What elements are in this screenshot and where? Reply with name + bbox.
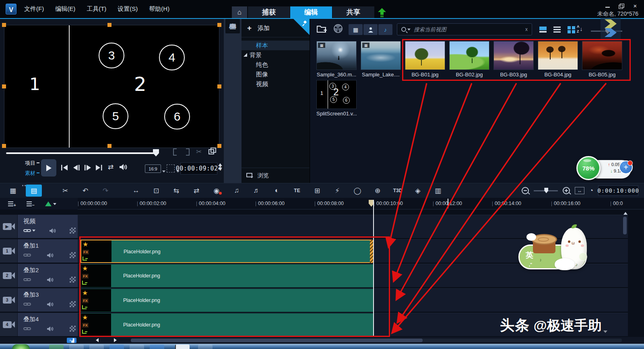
timeline-view-icon[interactable]: ▤ xyxy=(26,185,42,197)
search-caret-icon[interactable] xyxy=(407,29,411,31)
track-type-cell[interactable]: 2 xyxy=(0,264,18,287)
export-up-arrow-icon[interactable] xyxy=(376,6,388,18)
timeline-ruler[interactable]: 00:00:00:0000:00:02:0000:00:04:0000:00:0… xyxy=(0,198,644,209)
resize-handle[interactable] xyxy=(107,23,111,27)
link-icon[interactable] xyxy=(23,302,31,306)
mark-out-icon[interactable] xyxy=(186,148,190,156)
subtitle-editor-icon[interactable]: TE xyxy=(290,185,304,197)
resize-handle[interactable] xyxy=(217,144,221,148)
motion-tracking-icon[interactable]: ⚡ xyxy=(330,185,345,197)
search-input[interactable] xyxy=(414,27,525,33)
track-motion-icon[interactable]: ⊕ xyxy=(370,185,385,197)
view-grid-icon[interactable] xyxy=(566,25,577,34)
library-item[interactable]: ▦ 1 2 3 4 5 6 Sample_Lake.... xyxy=(361,41,401,78)
preview-timecode[interactable]: 00:00:09:024 xyxy=(180,162,217,174)
duration-clock-icon[interactable]: ◔ xyxy=(589,187,593,194)
previous-frame-button[interactable] xyxy=(72,164,80,171)
go-to-start-button[interactable] xyxy=(60,164,68,171)
taskbar-icon[interactable] xyxy=(69,345,84,349)
floating-chevron-icon[interactable] xyxy=(601,18,621,39)
split-clip-icon[interactable]: ⇆ xyxy=(169,185,184,197)
multi-trim-icon[interactable]: ▥ xyxy=(431,185,445,197)
enlarge-preview-icon[interactable] xyxy=(208,148,217,155)
record-capture-icon[interactable]: ◉ xyxy=(209,185,224,197)
tree-item-samples[interactable]: 样本 xyxy=(242,41,310,50)
split-screen-template-icon[interactable]: ⊞ xyxy=(310,185,324,197)
fit-project-icon[interactable]: ↔ xyxy=(575,187,584,194)
mute-speaker-icon[interactable] xyxy=(47,302,54,307)
mark-in-icon[interactable] xyxy=(173,148,177,156)
add-label[interactable]: 添加 xyxy=(258,25,270,32)
menu-tools[interactable]: 工具(T) xyxy=(87,5,106,13)
filter-videos-icon[interactable]: ▦ xyxy=(349,24,363,35)
transparency-grid-icon[interactable] xyxy=(70,277,76,283)
horizontal-scrollbar-thumb[interactable] xyxy=(131,339,423,342)
transparency-grid-icon[interactable] xyxy=(70,228,76,234)
tree-item-solid-color[interactable]: 纯色 xyxy=(242,60,310,70)
audio-fade-icon[interactable]: ◐ xyxy=(270,185,284,197)
timeline-zoom-handle[interactable] xyxy=(544,188,548,193)
taskbar-videostudio-icon[interactable] xyxy=(175,345,190,349)
minimize-button[interactable] xyxy=(605,3,611,9)
browse-button[interactable]: 浏览 xyxy=(242,168,310,183)
track-header[interactable]: 2 叠加2 xyxy=(0,264,78,287)
mode-project-toggle[interactable]: 项目 xyxy=(12,160,39,167)
filter-photos-icon[interactable] xyxy=(363,24,378,35)
sort-az-icon[interactable]: AZ↓ xyxy=(577,24,583,34)
start-button[interactable] xyxy=(12,344,30,349)
horizontal-scrollbar-track[interactable] xyxy=(131,339,622,342)
resize-handle[interactable] xyxy=(217,84,221,88)
split-clip-scissors-icon[interactable]: ✂ xyxy=(196,148,202,156)
resize-handle[interactable] xyxy=(2,23,6,27)
path-icon[interactable]: ∿ xyxy=(225,19,240,33)
track-header[interactable]: 1 叠加1 xyxy=(0,239,78,263)
mute-speaker-icon[interactable] xyxy=(47,326,54,332)
link-icon[interactable] xyxy=(23,253,31,257)
accelerate-plus-button[interactable]: + xyxy=(619,160,633,174)
memory-percent-ball[interactable]: 78% xyxy=(576,156,601,180)
scrubber-track[interactable] xyxy=(6,152,156,154)
project-duration[interactable]: 0:00:10:000 xyxy=(598,185,638,196)
close-button[interactable]: × xyxy=(632,3,638,9)
track-type-cell[interactable]: 1 xyxy=(0,239,18,263)
taskbar-icon[interactable] xyxy=(89,345,104,349)
filter-audio-icon[interactable]: ♪ xyxy=(378,24,392,35)
painting-creator-icon[interactable]: ◯ xyxy=(350,185,365,197)
view-thumbnail-icon[interactable] xyxy=(538,25,549,34)
taskbar-icon[interactable] xyxy=(198,345,213,349)
home-tab-icon[interactable]: ⌂ xyxy=(232,6,247,18)
pin-corner[interactable] xyxy=(293,19,310,35)
storyboard-view-icon[interactable]: ▦ xyxy=(6,185,20,197)
add-icon[interactable]: + xyxy=(247,24,252,33)
redo-icon[interactable]: ↷ xyxy=(98,185,113,197)
tab-share[interactable]: 共享 xyxy=(332,6,374,18)
ime-toolbar-mascot[interactable]: 英 ω ♪ ♪ ," xyxy=(514,225,592,274)
track-type-cell[interactable]: 4 xyxy=(0,313,18,336)
timeline-zoom-slider[interactable] xyxy=(534,190,558,191)
next-frame-button[interactable] xyxy=(84,164,92,171)
repeat-button[interactable]: ⇄ xyxy=(108,163,114,171)
zoom-in-icon[interactable] xyxy=(563,187,570,194)
tree-item-videos[interactable]: 视频 xyxy=(242,79,310,89)
volume-button[interactable] xyxy=(119,164,128,170)
mode-clip-toggle[interactable]: 素材 xyxy=(12,170,39,177)
menu-help[interactable]: 帮助(H) xyxy=(149,5,169,13)
editing-tools-icon[interactable]: ✂ xyxy=(58,185,72,197)
swap-track-icon[interactable]: ⇄ xyxy=(189,185,204,197)
resize-handle[interactable] xyxy=(107,144,111,148)
taskbar-icon[interactable] xyxy=(109,345,124,349)
tab-edit[interactable]: 编辑 xyxy=(290,6,332,18)
library-item[interactable]: ▦ 1 2 3 4 5 6 SplitScreen01.v... xyxy=(316,80,357,117)
import-folder-icon[interactable] xyxy=(317,25,327,33)
track-header[interactable]: ▶ 视频 xyxy=(0,215,78,238)
undo-icon[interactable]: ↶ xyxy=(78,185,93,197)
view-list-icon[interactable] xyxy=(552,25,563,34)
resize-handle[interactable] xyxy=(2,84,6,88)
menu-settings[interactable]: 设置(S) xyxy=(118,5,138,13)
go-to-end-button[interactable] xyxy=(95,164,103,171)
track-header[interactable]: 3 叠加3 xyxy=(0,288,78,312)
search-clear-icon[interactable]: x xyxy=(525,27,528,32)
menu-edit[interactable]: 编辑(E) xyxy=(55,5,75,13)
tree-item-images[interactable]: 图像 xyxy=(242,70,310,79)
scroll-right-icon[interactable] xyxy=(114,338,117,342)
